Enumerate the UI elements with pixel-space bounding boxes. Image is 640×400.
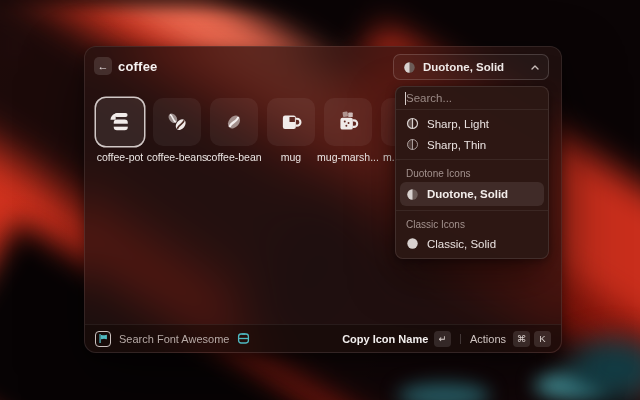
coffee-bean-icon (221, 109, 247, 135)
mug-marshmallows-icon (335, 109, 361, 135)
action-bar: Search Font Awesome Copy Icon Name ↵ | A… (85, 324, 561, 352)
coffee-pot-icon (107, 109, 133, 135)
mug-marshmallows-tile[interactable] (324, 98, 372, 146)
classic-regular-circle-icon (406, 258, 419, 259)
chevron-up-icon (531, 65, 539, 70)
copy-icon-name-label: Copy Icon Name (342, 333, 428, 345)
classic-solid-circle-icon (406, 237, 419, 250)
result-label: mug (281, 151, 301, 163)
option-sharp-light[interactable]: Sharp, Light (400, 113, 544, 134)
group-header-duotone: Duotone Icons (400, 164, 544, 182)
option-label: Sharp, Light (427, 118, 489, 130)
mug-tile[interactable] (267, 98, 315, 146)
option-classic-solid[interactable]: Classic, Solid (400, 233, 544, 254)
font-awesome-flag-icon (95, 331, 111, 347)
duotone-solid-circle-icon (403, 61, 416, 74)
floppy-disk-icon (237, 332, 250, 345)
footer-divider: | (459, 333, 462, 344)
sharp-light-circle-icon (406, 117, 419, 130)
back-arrow-icon: ← (98, 60, 109, 72)
option-label: Classic, Solid (427, 238, 496, 250)
search-query-text: coffee (118, 59, 158, 74)
result-mug-marshmallows[interactable]: mug-marsh... (324, 98, 372, 146)
mug-icon (278, 109, 304, 135)
group-header-classic: Classic Icons (400, 215, 544, 233)
return-keycap: ↵ (434, 331, 451, 347)
app-title: Search Font Awesome (119, 333, 229, 345)
k-keycap: K (534, 331, 551, 347)
style-dropdown-button[interactable]: Duotone, Solid (393, 54, 549, 80)
option-label: Classic, Regular (427, 259, 511, 260)
option-duotone-solid[interactable]: Duotone, Solid (400, 182, 544, 206)
divider (396, 159, 548, 160)
divider (396, 210, 548, 211)
style-dropdown-menu: Sharp, Light Sharp, Thin Duotone Icons (395, 86, 549, 259)
option-label: Duotone, Solid (427, 188, 508, 200)
coffee-bean-tile[interactable] (210, 98, 258, 146)
actions-button[interactable]: Actions ⌘ K (470, 331, 551, 347)
result-label: coffee-beans (147, 151, 208, 163)
result-label: coffee-pot (97, 151, 144, 163)
result-label: mug-marsh... (317, 151, 379, 163)
text-cursor (405, 92, 406, 105)
command-keycap: ⌘ (513, 331, 530, 347)
result-label: coffee-bean (206, 151, 261, 163)
raycast-window: ← coffee Duotone, Solid (84, 46, 562, 353)
result-coffee-pot[interactable]: coffee-pot (96, 98, 144, 146)
coffee-beans-icon (164, 109, 190, 135)
option-sharp-thin[interactable]: Sharp, Thin (400, 134, 544, 155)
style-search-input[interactable] (396, 87, 548, 109)
style-options-list: Sharp, Light Sharp, Thin Duotone Icons (396, 110, 548, 259)
result-coffee-bean[interactable]: coffee-bean (210, 98, 258, 146)
coffee-pot-tile[interactable] (96, 98, 144, 146)
copy-icon-name-button[interactable]: Copy Icon Name ↵ (342, 331, 451, 347)
back-button[interactable]: ← (94, 57, 112, 75)
style-search-row[interactable] (396, 87, 548, 110)
result-mug[interactable]: mug (267, 98, 315, 146)
option-classic-regular[interactable]: Classic, Regular (400, 254, 544, 259)
desktop: ← coffee Duotone, Solid (0, 0, 640, 400)
duotone-solid-circle-icon (406, 188, 419, 201)
result-coffee-beans[interactable]: coffee-beans (153, 98, 201, 146)
style-dropdown-label: Duotone, Solid (423, 61, 524, 73)
sharp-thin-circle-icon (406, 138, 419, 151)
icon-results-grid: coffee-pot coffee-beans (96, 98, 429, 146)
actions-label: Actions (470, 333, 506, 345)
option-label: Sharp, Thin (427, 139, 486, 151)
coffee-beans-tile[interactable] (153, 98, 201, 146)
